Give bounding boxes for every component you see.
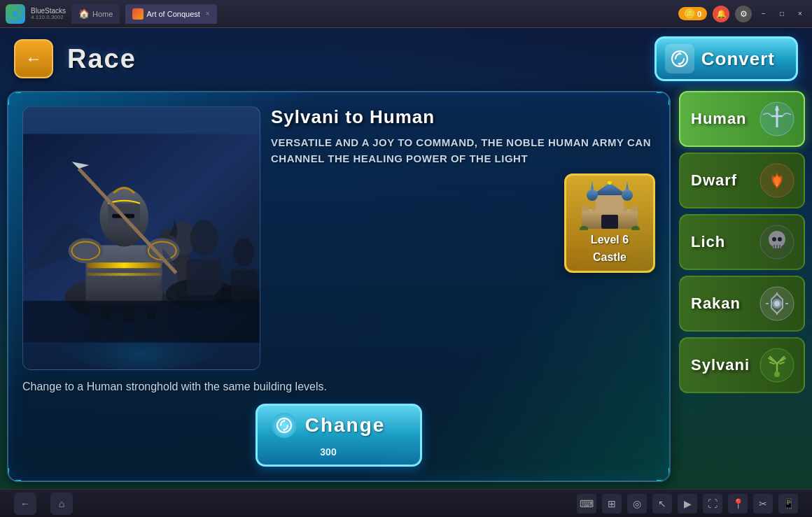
castle-level-label: Level 6: [572, 233, 648, 248]
race-button-sylvani[interactable]: Sylvani: [679, 337, 805, 393]
svg-rect-17: [87, 262, 160, 268]
settings-button[interactable]: ⚙: [735, 6, 752, 22]
svg-rect-32: [230, 269, 257, 299]
panel-corner-br: [657, 468, 671, 482]
race-sylvani-label: Sylvani: [691, 356, 750, 374]
panel-corner-tr: [657, 91, 671, 105]
change-btn-inner: Change: [272, 413, 386, 438]
svg-rect-18: [87, 273, 160, 276]
convert-label: Convert: [701, 48, 775, 70]
minimize-button[interactable]: −: [757, 8, 770, 20]
race-button-lich[interactable]: Lich: [679, 214, 805, 270]
svg-point-30: [190, 220, 218, 257]
taskbar-cut-icon[interactable]: ✂: [753, 494, 773, 514]
race-description: Versatile and a joy to command, the nobl…: [271, 135, 655, 167]
race-human-label: Human: [691, 110, 747, 128]
svg-rect-40: [631, 206, 638, 211]
description-box: Sylvani to Human Versatile and a joy to …: [271, 106, 655, 370]
race-rakan-label: Rakan: [691, 295, 741, 313]
taskbar-home-button[interactable]: ⌂: [50, 493, 73, 515]
race-button-human[interactable]: Human: [679, 91, 805, 147]
svg-rect-37: [582, 206, 589, 211]
content-area: Sylvani to Human Versatile and a joy to …: [7, 91, 805, 482]
coin-badge: 🪙 0: [678, 7, 707, 20]
taskbar-cursor-icon[interactable]: ↖: [652, 494, 672, 514]
race-lich-label: Lich: [691, 233, 725, 251]
back-button[interactable]: ←: [14, 39, 53, 78]
game-area: ← Race Convert: [0, 28, 812, 489]
svg-marker-45: [591, 181, 594, 190]
panel-inner: Sylvani to Human Versatile and a joy to …: [8, 92, 669, 481]
castle-card: Level 6 Castle: [564, 173, 655, 273]
race-dwarf-label: Dwarf: [691, 171, 737, 190]
title-bar-right: 🪙 0 🔔 ⚙ − □ ×: [678, 6, 806, 22]
svg-marker-53: [283, 430, 286, 432]
svg-rect-34: [23, 301, 260, 343]
change-button[interactable]: Change 300: [255, 404, 423, 467]
race-lich-icon: [757, 222, 797, 262]
svg-point-44: [622, 190, 633, 201]
svg-marker-4: [678, 63, 682, 66]
taskbar-back-button[interactable]: ←: [14, 493, 36, 515]
castle-image: [578, 181, 641, 230]
change-button-label: Change: [305, 414, 386, 437]
taskbar-resize-icon[interactable]: ⛶: [703, 494, 722, 514]
game-tab-icon: [132, 8, 144, 20]
taskbar-mobile-icon[interactable]: 📱: [778, 494, 798, 514]
app-name-label: BlueStacks: [31, 7, 66, 15]
svg-marker-3: [678, 52, 682, 55]
svg-marker-52: [283, 419, 286, 422]
right-sidebar: Human Dwarf: [679, 91, 805, 482]
home-tab-label: Home: [92, 10, 113, 18]
panel-corner-tl: [7, 91, 21, 105]
svg-point-63: [778, 237, 782, 241]
convert-button[interactable]: Convert: [654, 36, 798, 81]
svg-point-43: [587, 190, 598, 201]
taskbar: ← ⌂ ⌨ ⊞ ◎ ↖ ▶ ⛶ 📍 ✂ 📱: [0, 489, 812, 517]
race-button-rakan[interactable]: Rakan: [679, 276, 805, 332]
svg-rect-36: [601, 215, 618, 229]
back-arrow-icon: ←: [25, 49, 42, 69]
race-conversion-title: Sylvani to Human: [271, 106, 655, 128]
taskbar-map-icon[interactable]: 📍: [728, 494, 748, 514]
notification-button[interactable]: 🔔: [713, 6, 729, 22]
race-dwarf-icon: [757, 161, 797, 200]
convert-icon: [665, 44, 694, 73]
app-version-label: 4.110.0.3002: [31, 15, 66, 21]
coin-count: 0: [697, 10, 701, 18]
svg-marker-46: [626, 181, 629, 190]
info-row: Sylvani to Human Versatile and a joy to …: [22, 106, 655, 370]
change-coin-icon: [272, 413, 297, 438]
panel-corner-bl: [7, 468, 21, 482]
main-panel: Sylvani to Human Versatile and a joy to …: [7, 91, 671, 482]
taskbar-right: ⌨ ⊞ ◎ ↖ ▶ ⛶ 📍 ✂ 📱: [577, 494, 798, 514]
svg-rect-41: [596, 195, 624, 213]
svg-point-62: [772, 237, 776, 241]
svg-point-77: [774, 371, 780, 377]
header-row: ← Race Convert: [0, 36, 812, 81]
maximize-button[interactable]: □: [776, 8, 788, 20]
taskbar-display-icon[interactable]: ⊞: [602, 494, 622, 514]
game-tab[interactable]: Art of Conquest ×: [125, 4, 216, 24]
bluestacks-logo: [6, 4, 25, 24]
svg-rect-29: [187, 259, 222, 295]
race-human-icon: [757, 99, 797, 139]
castle-type-label: Castle: [572, 250, 648, 265]
taskbar-video-icon[interactable]: ▶: [678, 494, 697, 514]
taskbar-camera-icon[interactable]: ◎: [627, 494, 647, 514]
game-tab-label: Art of Conquest: [146, 10, 200, 18]
page-title: Race: [67, 44, 136, 74]
character-art: [23, 107, 260, 369]
close-button[interactable]: ×: [794, 8, 806, 20]
race-button-dwarf[interactable]: Dwarf: [679, 153, 805, 208]
home-tab[interactable]: 🏠 Home: [71, 4, 120, 24]
race-rakan-icon: [757, 284, 797, 323]
race-sylvani-icon: [757, 346, 797, 385]
svg-point-33: [233, 239, 254, 267]
change-button-row: Change 300: [22, 404, 655, 467]
taskbar-keyboard-icon[interactable]: ⌨: [577, 494, 596, 514]
change-description: Change to a Human stronghold with the sa…: [22, 381, 655, 393]
change-cost: 300: [320, 446, 336, 458]
character-frame: [22, 106, 260, 370]
svg-point-71: [774, 301, 780, 306]
